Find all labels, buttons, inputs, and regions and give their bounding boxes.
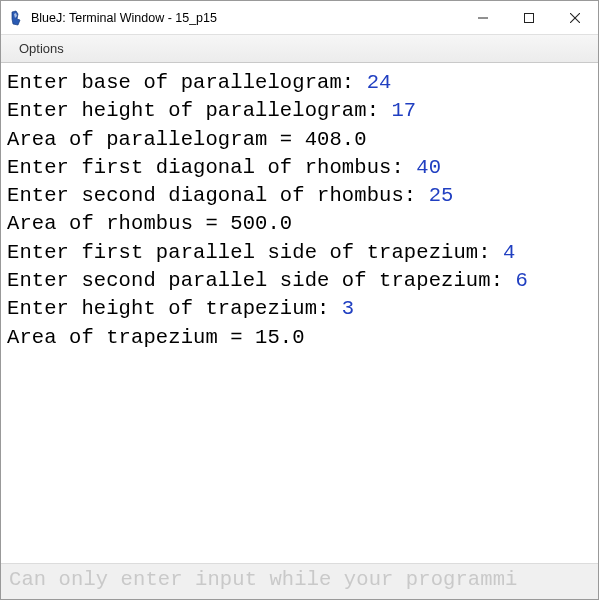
in-val: 24 [367, 71, 392, 94]
in-val: 25 [429, 184, 454, 207]
minimize-button[interactable] [460, 1, 506, 34]
close-button[interactable] [552, 1, 598, 34]
status-bar: Can only enter input while your programm… [1, 563, 598, 599]
terminal-output[interactable]: Enter base of parallelogram: 24 Enter he… [1, 63, 598, 561]
out-line: Enter height of trapezium: [7, 297, 342, 320]
out-line: Enter first diagonal of rhombus: [7, 156, 416, 179]
svg-rect-1 [525, 13, 534, 22]
out-line: Area of parallelogram = 408.0 [7, 128, 367, 151]
out-line: Area of rhombus = 500.0 [7, 212, 292, 235]
out-line: Enter height of parallelogram: [7, 99, 391, 122]
status-text: Can only enter input while your programm… [9, 568, 517, 591]
in-val: 17 [391, 99, 416, 122]
in-val: 4 [503, 241, 515, 264]
in-val: 6 [515, 269, 527, 292]
out-line: Enter second parallel side of trapezium: [7, 269, 515, 292]
menubar: Options [1, 35, 598, 63]
in-val: 40 [416, 156, 441, 179]
maximize-button[interactable] [506, 1, 552, 34]
in-val: 3 [342, 297, 354, 320]
app-icon [9, 10, 25, 26]
window-title: BlueJ: Terminal Window - 15_p15 [31, 11, 460, 25]
window-titlebar: BlueJ: Terminal Window - 15_p15 [1, 1, 598, 35]
out-line: Enter second diagonal of rhombus: [7, 184, 429, 207]
menu-options[interactable]: Options [11, 39, 72, 58]
out-line: Enter first parallel side of trapezium: [7, 241, 503, 264]
out-line: Enter base of parallelogram: [7, 71, 367, 94]
out-line: Area of trapezium = 15.0 [7, 326, 305, 349]
window-controls [460, 1, 598, 34]
